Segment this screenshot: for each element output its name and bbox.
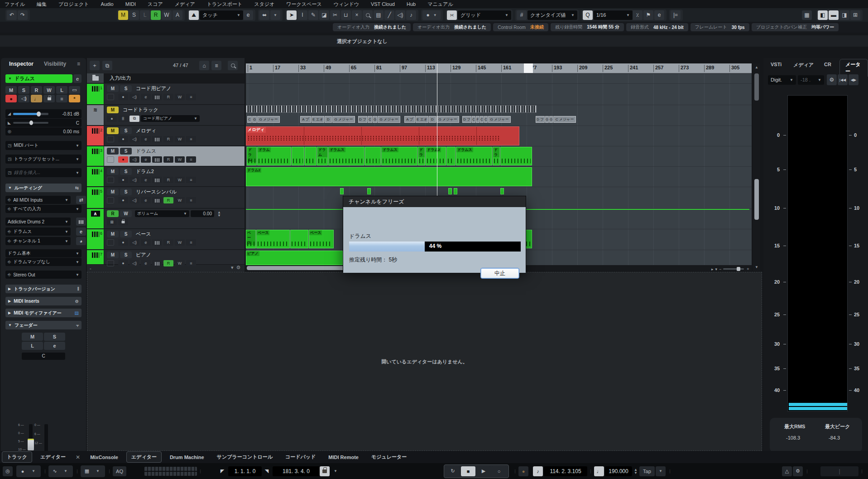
reverse-cymbal-clip[interactable]: [340, 188, 344, 194]
chord-monitor-icon[interactable]: ⧉: [129, 116, 139, 122]
quantize-panel-button[interactable]: e: [654, 10, 664, 20]
scale-event[interactable]: G: [549, 116, 553, 123]
snap-mode-select[interactable]: グリッド▼: [458, 10, 511, 20]
metronome-icon[interactable]: △: [782, 466, 792, 476]
read-automation-icon[interactable]: R: [163, 197, 173, 203]
status-Control Room[interactable]: Control Room未接続: [493, 23, 548, 31]
scale-event[interactable]: C: [472, 116, 475, 123]
compensation-clock-icon[interactable]: ◎: [3, 466, 13, 476]
zoom-in-button[interactable]: ＋: [746, 266, 750, 271]
lower-zone-toggle[interactable]: ▬: [829, 10, 839, 20]
record-enable-button[interactable]: ●: [5, 95, 17, 102]
cancel-button[interactable]: 中止: [480, 268, 519, 279]
monitor-icon[interactable]: ◁): [129, 239, 139, 246]
automation-panel-icon[interactable]: ⛰: [189, 10, 199, 20]
right-zone-toggle[interactable]: ◨: [839, 10, 849, 20]
reverse-cymbal-clip[interactable]: [454, 188, 457, 194]
q-button[interactable]: Q: [583, 10, 593, 20]
instrument-icon[interactable]: [152, 197, 162, 203]
asr-button-A[interactable]: A: [173, 10, 182, 20]
routing-チャンネル 1[interactable]: ⎆チャンネル 1▼◕: [5, 237, 71, 245]
status-プロジェクトのパン補正[interactable]: プロジェクトのパン補正均等パワー: [752, 23, 839, 31]
routing-すべての入力[interactable]: ⎆すべての入力▼: [5, 205, 82, 213]
chord-voicing-icon[interactable]: 🎚: [118, 116, 128, 122]
lane-icon[interactable]: ≡: [186, 156, 196, 163]
freeze-button[interactable]: *: [69, 95, 80, 102]
midi-part-icon[interactable]: ◳MIDI パート▼: [5, 141, 82, 150]
fader-S-button[interactable]: S: [44, 333, 65, 341]
lane-icon[interactable]: ≡: [186, 239, 196, 246]
routing-Addictive Drums 2[interactable]: Addictive Drums 2▼: [5, 218, 71, 226]
section-トラックバージョン[interactable]: ▶トラックバージョン𝄃: [5, 285, 82, 293]
record-enable-icon[interactable]: ●: [118, 239, 128, 246]
track-color-strip[interactable]: 2: [87, 126, 104, 145]
menu-マニュアル[interactable]: マニュアル: [427, 1, 453, 8]
track-color-strip[interactable]: 5: [87, 187, 104, 208]
metronome-gear-icon[interactable]: ⚙: [793, 466, 803, 476]
zoom-out-button[interactable]: −: [719, 267, 721, 271]
solo-button[interactable]: S: [120, 168, 132, 175]
punch-out-icon[interactable]: ◥: [262, 466, 272, 476]
tool-glue[interactable]: ⊔: [341, 10, 351, 20]
instrument-icon[interactable]: [152, 177, 162, 183]
menu-プロジェクト[interactable]: プロジェクト: [58, 1, 89, 8]
routing-Stereo Out[interactable]: ⎆Stereo Out▼: [5, 271, 82, 279]
monitor-icon[interactable]: ◁): [129, 197, 139, 203]
punch-out-position[interactable]: 181. 3. 4. 0: [273, 466, 320, 476]
edit-channel-icon[interactable]: e: [141, 260, 151, 266]
write-automation-icon[interactable]: W: [175, 239, 185, 246]
menu-MIDI[interactable]: MIDI: [125, 1, 136, 7]
automation-remove-icon[interactable]: ⊠: [107, 219, 117, 225]
zone-tab-サンプラーコントロール[interactable]: サンプラーコントロール: [212, 452, 277, 462]
menu-ワークスペース[interactable]: ワークスペース: [286, 1, 321, 8]
automation-read-button[interactable]: R: [107, 210, 119, 217]
punch-in-position[interactable]: 1. 1. 1. 0: [228, 466, 262, 476]
drums-clip[interactable]: [446, 147, 456, 165]
bass-clip[interactable]: ベース: [256, 230, 290, 248]
scale-event[interactable]: G メジャー: [436, 116, 459, 123]
menu-スタジオ[interactable]: スタジオ: [254, 1, 274, 8]
inspector-S-button[interactable]: S: [18, 86, 29, 94]
asr-button-M[interactable]: M: [118, 10, 128, 20]
menu-ウィンドウ[interactable]: ウィンドウ: [334, 1, 359, 8]
track-checkbox[interactable]: [107, 94, 114, 100]
audio-waveform-icon[interactable]: ∿: [50, 466, 60, 476]
track-row-ドラムス[interactable]: 3MSドラムス●◁)eRW≡: [87, 146, 245, 166]
delay-row[interactable]: ◎ 0.00 ms: [5, 127, 82, 135]
drums-clip[interactable]: ドラ: [418, 147, 425, 165]
inspector-menu-icon[interactable]: ≡: [77, 61, 80, 72]
track-row-リバースシンバル[interactable]: 5MSリバースシンバル●◁)eRW≡: [87, 187, 245, 208]
zone-tab-MIDI Remote[interactable]: MIDI Remote: [324, 453, 363, 462]
scale-event[interactable]: D: [429, 116, 436, 123]
automation-value[interactable]: 0.00: [191, 210, 214, 217]
automation-mode-select[interactable]: タッチ▼: [200, 10, 243, 20]
vscroll-up-arrow[interactable]: ▲: [755, 65, 758, 69]
automation-parameter-select[interactable]: ボリューム▼: [135, 210, 189, 217]
undo-button[interactable]: ↶: [7, 10, 17, 20]
routing-ドラム基本[interactable]: ドラム基本▼: [5, 249, 82, 257]
bass-clip[interactable]: ベース: [246, 230, 256, 248]
instrument-icon[interactable]: [152, 136, 162, 142]
scale-event[interactable]: A プ: [404, 116, 415, 123]
time-format-note-icon[interactable]: ♪: [533, 466, 543, 476]
zone-tab-トラック[interactable]: トラック: [2, 451, 32, 463]
track-row-メロディ[interactable]: 2MSメロディ●◁)eRW≡: [87, 126, 245, 146]
track-scale-caret[interactable]: ▾: [231, 265, 234, 271]
track-preset-button[interactable]: ⧉: [102, 61, 112, 70]
track-row-ピアノ[interactable]: 7MSピアノ●◁)eRW≡: [87, 250, 245, 265]
max-peak-value[interactable]: -84.3: [829, 435, 840, 440]
asr-button-L[interactable]: L: [140, 10, 150, 20]
write-automation-icon[interactable]: W: [175, 136, 185, 142]
automation-edit-button[interactable]: e: [243, 10, 253, 20]
track-color-strip[interactable]: 7: [87, 250, 104, 264]
pre-record-dot-icon[interactable]: ●: [518, 466, 528, 476]
track-row-ボリューム[interactable]: ∧RWボリューム▼0.00▲▼⊠: [87, 209, 245, 229]
inspector-M-button[interactable]: M: [5, 86, 17, 94]
drums-clip[interactable]: ドラム: [317, 147, 328, 165]
edit-channel-icon[interactable]: e: [141, 156, 151, 163]
drums-clip[interactable]: [305, 147, 317, 165]
find-track-icon[interactable]: [228, 61, 238, 70]
zoom-preset-caret[interactable]: ▾: [715, 267, 718, 271]
menu-編集[interactable]: 編集: [37, 1, 47, 8]
punch-caret[interactable]: ▼: [331, 466, 340, 476]
